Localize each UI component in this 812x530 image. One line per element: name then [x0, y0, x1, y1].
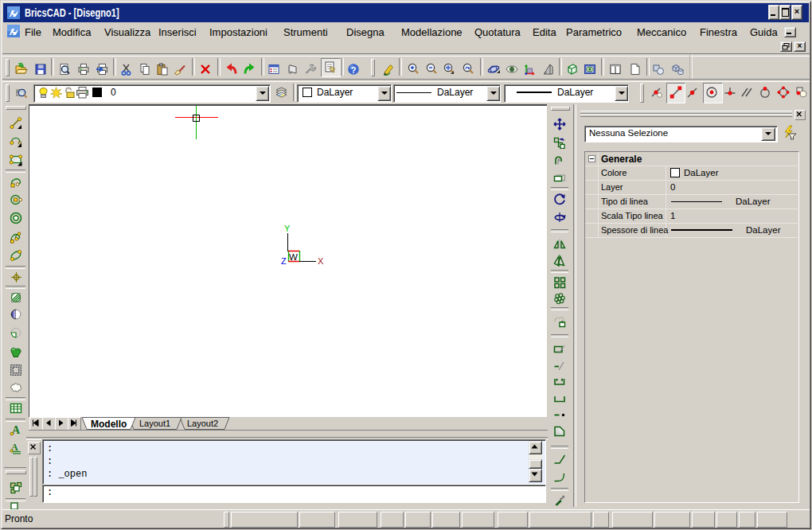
svg-text:Modello: Modello [91, 419, 127, 430]
svg-text:Z: Z [281, 256, 287, 266]
svg-text:Layout2: Layout2 [187, 419, 218, 428]
svg-text:W: W [289, 252, 298, 262]
svg-text:?: ? [351, 65, 357, 75]
svg-text:Y: Y [284, 224, 291, 233]
svg-text:X: X [318, 256, 324, 266]
svg-text:Layout1: Layout1 [139, 419, 170, 428]
